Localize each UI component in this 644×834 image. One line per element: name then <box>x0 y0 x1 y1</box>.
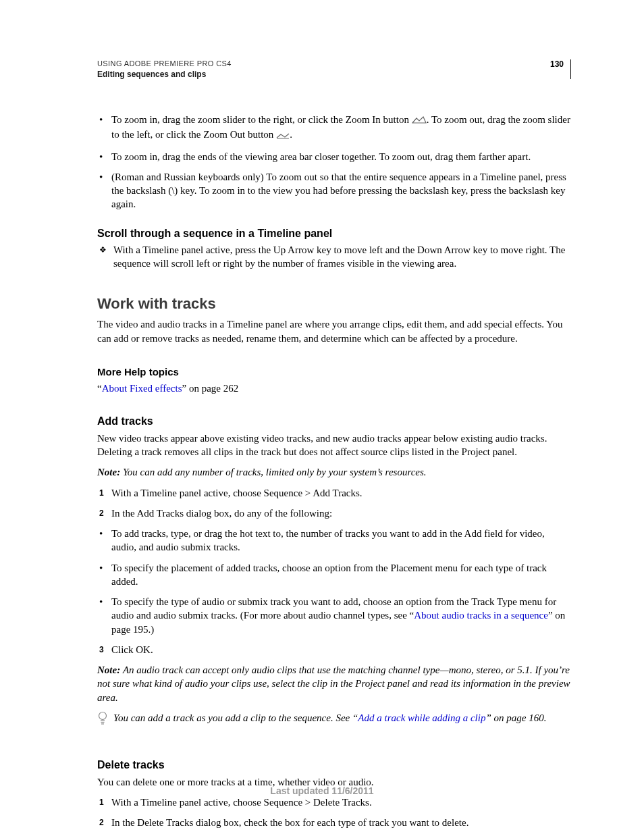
text: In the Delete Tracks dialog box, check t… <box>111 817 468 828</box>
text: In the Add Tracks dialog box, do any of … <box>111 508 332 519</box>
step-number: 2 <box>99 508 104 519</box>
page: USING ADOBE PREMIERE PRO CS4 Editing seq… <box>0 0 644 834</box>
heading-add-tracks: Add tracks <box>97 414 571 429</box>
link-audio-tracks[interactable]: About audio tracks in a sequence <box>414 610 548 621</box>
text: You can add a track as you add a clip to… <box>113 712 358 723</box>
text: With a Timeline panel active, press the … <box>113 243 571 271</box>
text: ” on page 262 <box>182 383 239 394</box>
heading-delete-tracks: Delete tracks <box>97 758 571 773</box>
svg-point-1 <box>99 712 107 719</box>
diamond-icon: ❖ <box>99 243 107 271</box>
add-note-1: Note: You can add any number of tracks, … <box>97 465 571 479</box>
list-item: To zoom in, drag the ends of the viewing… <box>99 150 571 163</box>
text: “ <box>97 383 102 394</box>
list-item: 1With a Timeline panel active, choose Se… <box>99 486 571 500</box>
list-item: To specify the type of audio or submix t… <box>99 595 571 636</box>
page-header: USING ADOBE PREMIERE PRO CS4 Editing seq… <box>97 59 571 79</box>
scroll-item: ❖ With a Timeline panel active, press th… <box>99 243 571 271</box>
body: To zoom in, drag the zoom slider to the … <box>97 113 571 834</box>
header-text: USING ADOBE PREMIERE PRO CS4 Editing seq… <box>97 59 232 79</box>
add-steps: 1With a Timeline panel active, choose Se… <box>97 486 571 521</box>
list-item: 2In the Add Tracks dialog box, do any of… <box>99 506 571 520</box>
add-sub-bullets: To add tracks, type, or drag the hot tex… <box>97 527 571 636</box>
doc-title: USING ADOBE PREMIERE PRO CS4 <box>97 59 232 68</box>
text: To zoom in, drag the zoom slider to the … <box>111 114 412 125</box>
add-note-2: Note: An audio track can accept only aud… <box>97 663 571 704</box>
delete-steps: 1With a Timeline panel active, choose Se… <box>97 796 571 834</box>
link-add-track-clip[interactable]: Add a track while adding a clip <box>358 712 485 723</box>
note-label: Note: <box>97 664 123 675</box>
zoom-in-icon <box>412 114 427 128</box>
tip: You can add a track as you add a clip to… <box>97 711 571 729</box>
step-number: 1 <box>99 488 104 498</box>
text: ” on page 160. <box>485 712 546 723</box>
note-body: An audio track can accept only audio cli… <box>97 664 570 703</box>
list-item: To zoom in, drag the zoom slider to the … <box>99 113 571 143</box>
zoom-bullets: To zoom in, drag the zoom slider to the … <box>97 113 571 211</box>
zoom-out-icon <box>276 129 290 142</box>
page-number: 130 <box>550 59 564 69</box>
step-number: 2 <box>99 817 104 828</box>
step-number: 1 <box>99 797 104 808</box>
note-body: You can add any number of tracks, limite… <box>123 467 427 477</box>
lightbulb-icon <box>97 711 108 729</box>
chapter-title: Editing sequences and clips <box>97 70 232 79</box>
help-link-line: “About Fixed effects” on page 262 <box>97 382 571 395</box>
text: Click OK. <box>111 644 153 655</box>
more-help-heading: More Help topics <box>97 365 571 379</box>
tip-text: You can add a track as you add a clip to… <box>113 711 546 729</box>
text: . <box>290 129 292 140</box>
note-label: Note: <box>97 467 123 477</box>
footer: Last updated 11/6/2011 <box>0 785 644 796</box>
list-item: 1With a Timeline panel active, choose Se… <box>99 796 571 809</box>
tracks-intro: The video and audio tracks in a Timeline… <box>97 317 571 345</box>
step-number: 3 <box>99 644 104 655</box>
list-item: 2In the Delete Tracks dialog box, check … <box>99 816 571 829</box>
heading-work-tracks: Work with tracks <box>97 294 571 314</box>
heading-scroll: Scroll through a sequence in a Timeline … <box>97 226 571 241</box>
add-steps-cont: 3Click OK. <box>97 643 571 656</box>
list-item: (Roman and Russian keyboards only) To zo… <box>99 170 571 211</box>
link-fixed-effects[interactable]: About Fixed effects <box>102 383 182 394</box>
list-item: 3Click OK. <box>99 643 571 656</box>
text: With a Timeline panel active, choose Seq… <box>111 797 372 808</box>
list-item: To specify the placement of added tracks… <box>99 561 571 589</box>
list-item: To add tracks, type, or drag the hot tex… <box>99 527 571 554</box>
text: With a Timeline panel active, choose Seq… <box>111 488 363 498</box>
add-intro: New video tracks appear above existing v… <box>97 432 571 459</box>
